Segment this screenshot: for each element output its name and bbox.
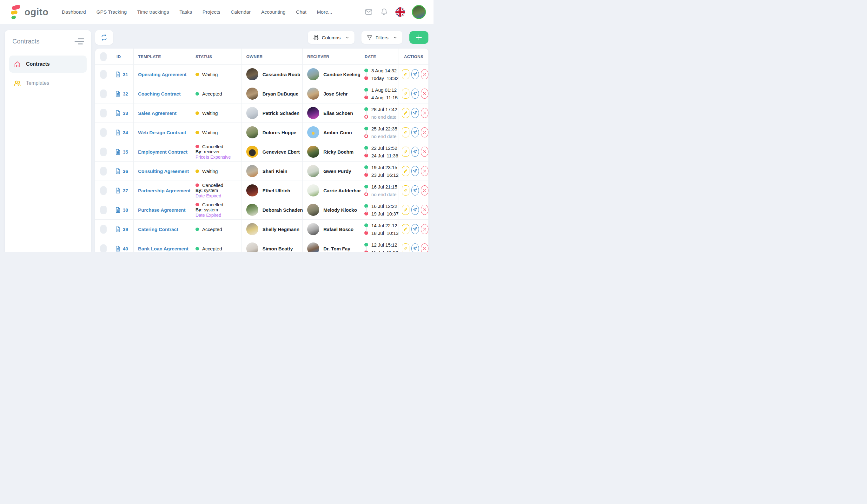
send-action-button[interactable] xyxy=(411,127,419,137)
contract-template-link[interactable]: Employment Contract xyxy=(138,149,188,154)
contract-template-link[interactable]: Partnership Agreement xyxy=(138,188,190,193)
contract-id-link[interactable]: 33 xyxy=(112,104,133,122)
edit-action-button[interactable] xyxy=(402,147,409,157)
edit-action-button[interactable] xyxy=(402,69,409,79)
user-menu-button[interactable] xyxy=(412,5,426,19)
logo-wordmark: ogito xyxy=(24,7,49,18)
contract-id-link[interactable]: 34 xyxy=(112,123,133,142)
row-checkbox[interactable] xyxy=(100,186,107,195)
send-action-button[interactable] xyxy=(411,69,419,79)
send-action-button[interactable] xyxy=(411,166,419,176)
row-checkbox[interactable] xyxy=(100,225,107,234)
top-nav-item[interactable]: Time trackings xyxy=(137,9,169,15)
cancel-action-button[interactable] xyxy=(421,166,428,176)
pencil-icon xyxy=(403,188,408,193)
filters-button[interactable]: Filters xyxy=(362,31,403,44)
edit-action-button[interactable] xyxy=(402,108,409,118)
cancel-action-button[interactable] xyxy=(421,205,428,215)
send-action-button[interactable] xyxy=(411,108,419,118)
sidebar-item-templates[interactable]: Templates xyxy=(9,75,87,92)
x-icon xyxy=(422,130,427,135)
cancel-action-button[interactable] xyxy=(421,147,428,157)
edit-action-button[interactable] xyxy=(402,185,409,195)
row-checkbox[interactable] xyxy=(100,167,107,175)
owner-name: Deborah Schaden xyxy=(263,207,303,213)
cancel-action-button[interactable] xyxy=(421,224,428,234)
contract-template-link[interactable]: Sales Agreement xyxy=(138,110,176,116)
contract-id-link[interactable]: 39 xyxy=(112,219,133,239)
top-nav-item[interactable]: Chat xyxy=(296,9,307,15)
contract-template-link[interactable]: Coaching Contract xyxy=(138,91,181,96)
owner-name: Genevieve Ebert xyxy=(263,149,300,154)
send-action-button[interactable] xyxy=(411,244,419,252)
row-checkbox[interactable] xyxy=(100,109,107,117)
row-checkbox[interactable] xyxy=(100,128,107,137)
cancel-action-button[interactable] xyxy=(421,88,428,99)
refresh-button[interactable] xyxy=(95,30,113,45)
contract-id-link[interactable]: 31 xyxy=(112,65,133,84)
send-action-button[interactable] xyxy=(411,224,419,234)
document-icon xyxy=(115,149,121,155)
top-nav-item[interactable]: More... xyxy=(317,9,332,15)
top-nav-item[interactable]: Accounting xyxy=(261,9,286,15)
top-nav-item[interactable]: Projects xyxy=(202,9,220,15)
date-start-text: 16 Jul 21:15 xyxy=(371,184,397,190)
top-nav-item[interactable]: Dashboard xyxy=(62,9,86,15)
cancel-action-button[interactable] xyxy=(421,127,428,137)
contract-id-link[interactable]: 40 xyxy=(112,239,133,252)
row-id-number: 34 xyxy=(123,130,128,135)
contract-template-link[interactable]: Web Design Contract xyxy=(138,130,186,135)
language-switcher[interactable] xyxy=(395,7,405,17)
edit-action-button[interactable] xyxy=(402,224,409,234)
cancel-action-button[interactable] xyxy=(421,244,428,252)
send-action-button[interactable] xyxy=(411,88,419,99)
contract-id-link[interactable]: 37 xyxy=(112,181,133,200)
top-nav-item[interactable]: Tasks xyxy=(179,9,192,15)
contract-template-link[interactable]: Purchase Agreement xyxy=(138,207,186,213)
sidebar: Contracts Contracts Templates xyxy=(5,30,91,252)
contract-template-link[interactable]: Operating Agreement xyxy=(138,72,186,77)
contract-id-link[interactable]: 38 xyxy=(112,200,133,219)
row-checkbox[interactable] xyxy=(100,206,107,214)
app-logo[interactable]: ogito xyxy=(9,4,49,20)
cancel-action-button[interactable] xyxy=(421,185,428,195)
edit-action-button[interactable] xyxy=(402,205,409,215)
add-contract-button[interactable] xyxy=(409,31,428,44)
edit-action-button[interactable] xyxy=(402,88,409,99)
columns-button[interactable]: Columns xyxy=(308,31,354,44)
contract-template-link[interactable]: Consulting Agreement xyxy=(138,169,189,174)
row-checkbox[interactable] xyxy=(100,148,107,156)
status-label: Accepted xyxy=(202,227,222,232)
notifications-button[interactable] xyxy=(380,8,388,16)
date-end-text: 24 Jul 11:36 xyxy=(371,153,398,158)
cancel-action-button[interactable] xyxy=(421,69,428,79)
status-label: Waiting xyxy=(202,169,218,174)
sidebar-collapse-icon[interactable] xyxy=(73,39,84,44)
contract-id-link[interactable]: 32 xyxy=(112,84,133,103)
receiver-name: Elias Schoen xyxy=(323,110,353,116)
send-action-button[interactable] xyxy=(411,205,419,215)
edit-action-button[interactable] xyxy=(402,244,409,252)
document-icon xyxy=(115,91,121,97)
receiver-avatar xyxy=(307,88,319,100)
contract-template-link[interactable]: Bank Loan Agreement xyxy=(138,246,189,251)
messages-button[interactable] xyxy=(364,8,373,16)
contract-id-link[interactable]: 35 xyxy=(112,142,133,161)
top-nav-item[interactable]: GPS Tracking xyxy=(96,9,127,15)
edit-action-button[interactable] xyxy=(402,166,409,176)
send-action-button[interactable] xyxy=(411,147,419,157)
receiver-avatar xyxy=(307,243,319,252)
select-all-checkbox[interactable] xyxy=(100,52,107,61)
mail-icon xyxy=(364,8,373,16)
sidebar-item-contracts[interactable]: Contracts xyxy=(9,55,87,73)
contract-template-link[interactable]: Catering Contract xyxy=(138,227,178,232)
row-checkbox[interactable] xyxy=(100,244,107,252)
edit-action-button[interactable] xyxy=(402,127,409,137)
top-nav-item[interactable]: Calendar xyxy=(231,9,251,15)
receiver-avatar xyxy=(307,223,319,235)
cancel-action-button[interactable] xyxy=(421,108,428,118)
row-checkbox[interactable] xyxy=(100,70,107,79)
contract-id-link[interactable]: 36 xyxy=(112,162,133,181)
row-checkbox[interactable] xyxy=(100,89,107,98)
send-action-button[interactable] xyxy=(411,185,419,195)
